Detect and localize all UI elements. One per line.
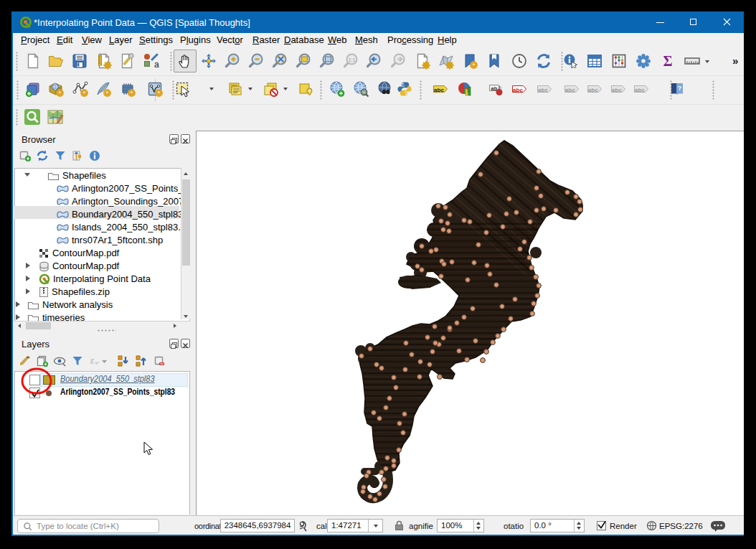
svg-text:Σ: Σ [663, 53, 672, 69]
svg-text:1:1: 1:1 [349, 57, 356, 62]
svg-text:abc: abc [513, 87, 523, 93]
svg-text:abc: abc [434, 87, 444, 93]
svg-text:*: * [158, 90, 161, 97]
svg-text:*: * [83, 90, 86, 97]
svg-text:*: * [59, 90, 62, 97]
svg-text:Q: Q [362, 90, 366, 95]
svg-text:abc: abc [538, 87, 548, 93]
svg-text:?: ? [678, 85, 682, 92]
svg-text:abc: abc [565, 87, 575, 93]
svg-text:a: a [154, 60, 159, 70]
svg-text:abc: abc [635, 87, 645, 93]
svg-text:abc: abc [612, 87, 622, 93]
svg-text:abc: abc [588, 87, 598, 93]
svg-text:*: * [473, 62, 476, 69]
svg-text:*: * [106, 90, 109, 97]
svg-text:ε: ε [90, 356, 95, 366]
svg-text:*: * [131, 90, 133, 97]
